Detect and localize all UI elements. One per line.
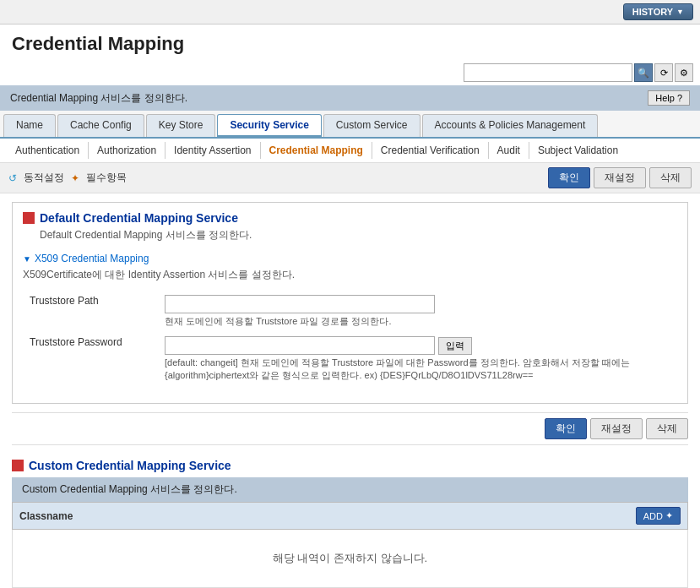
classname-table: Classname ADD ✦ 해당 내역이 존재하지 않습니다.: [12, 502, 688, 588]
subtab-authentication[interactable]: Authentication: [7, 142, 89, 159]
confirm-button-top[interactable]: 확인: [548, 167, 590, 188]
tab-name[interactable]: Name: [3, 114, 56, 137]
truststore-password-input[interactable]: [165, 336, 435, 355]
tab-key-store[interactable]: Key Store: [146, 114, 216, 137]
tab-accounts-policies[interactable]: Accounts & Policies Management: [422, 114, 599, 137]
x509-desc: X509Certificate에 대한 Identity Assertion 서…: [23, 268, 677, 282]
add-button[interactable]: ADD ✦: [636, 507, 681, 525]
action-right: 확인 재설정 삭제: [548, 167, 692, 188]
subtab-identity-assertion[interactable]: Identity Assertion: [166, 142, 260, 159]
x509-form: Truststore Path 현재 도메인에 적용할 Truststore 파…: [23, 291, 677, 386]
delete-button-top[interactable]: 삭제: [649, 167, 692, 188]
empty-row: 해당 내역이 존재하지 않습니다.: [13, 530, 688, 588]
truststore-path-help: 현재 도메인에 적용할 Truststore 파일 경로를 정의한다.: [165, 315, 670, 328]
settings-button[interactable]: ⚙: [675, 63, 693, 82]
dynamic-setting-icon: ↺: [8, 172, 17, 184]
main-tabs: Name Cache Config Key Store Security Ser…: [0, 111, 700, 139]
truststore-password-label: Truststore Password: [23, 332, 158, 386]
reset-button-bottom[interactable]: 재설정: [590, 418, 643, 439]
search-button[interactable]: 🔍: [634, 63, 653, 82]
truststore-password-input-button[interactable]: 입력: [438, 337, 472, 355]
default-section-title: Default Credential Mapping Service: [40, 211, 238, 225]
subtab-authorization[interactable]: Authorization: [89, 142, 166, 159]
table-header-row: Classname ADD ✦: [13, 503, 688, 530]
custom-section-desc: Custom Credential Mapping 서비스를 정의한다.: [12, 477, 688, 502]
action-bar: ↺ 동적설정 ✦ 필수항목 확인 재설정 삭제: [0, 163, 700, 193]
content: Default Credential Mapping Service Defau…: [0, 193, 700, 588]
tab-custom-service[interactable]: Custom Service: [323, 114, 421, 137]
subtab-credential-mapping[interactable]: Credential Mapping: [261, 142, 372, 159]
truststore-password-help: [default: changeit] 현재 도메인에 적용할 Truststo…: [165, 357, 670, 382]
subtab-subject-validation[interactable]: Subject Validation: [529, 142, 627, 159]
custom-section-icon: [12, 460, 24, 471]
refresh-button[interactable]: ⟳: [654, 63, 673, 82]
action-left: ↺ 동적설정 ✦ 필수항목: [8, 171, 127, 185]
required-icon: ✦: [71, 172, 79, 184]
default-section-desc: Default Credential Mapping 서비스를 정의한다.: [40, 228, 677, 242]
add-label: ADD: [643, 511, 663, 521]
reset-button-top[interactable]: 재설정: [594, 167, 646, 188]
history-button[interactable]: HISTORY: [623, 3, 693, 20]
truststore-password-wrap: 입력: [165, 336, 670, 355]
truststore-password-value: 입력 [default: changeit] 현재 도메인에 적용할 Trust…: [158, 332, 677, 386]
sub-tabs: Authentication Authorization Identity As…: [0, 139, 700, 163]
help-button[interactable]: Help ?: [648, 90, 690, 106]
custom-section-header: Custom Credential Mapping Service: [12, 459, 688, 472]
classname-col-header: Classname ADD ✦: [13, 503, 688, 530]
help-bar: Credential Mapping 서비스를 정의한다. Help ?: [0, 85, 700, 111]
truststore-path-label: Truststore Path: [23, 291, 158, 332]
custom-section-title: Custom Credential Mapping Service: [29, 459, 231, 472]
truststore-path-input[interactable]: [165, 295, 435, 313]
empty-message: 해당 내역이 존재하지 않습니다.: [19, 534, 681, 583]
custom-section: Custom Credential Mapping Service Custom…: [12, 459, 688, 588]
subtab-audit[interactable]: Audit: [489, 142, 529, 159]
default-section: Default Credential Mapping Service Defau…: [12, 202, 688, 404]
truststore-path-row: Truststore Path 현재 도메인에 적용할 Truststore 파…: [23, 291, 677, 332]
truststore-password-row: Truststore Password 입력 [default: changei…: [23, 332, 677, 386]
tab-cache-config[interactable]: Cache Config: [57, 114, 144, 137]
bottom-action-bar: 확인 재설정 삭제: [12, 412, 688, 445]
subtab-credential-verification[interactable]: Credential Verification: [372, 142, 489, 159]
confirm-button-bottom[interactable]: 확인: [545, 418, 587, 439]
page-title: Credential Mapping: [0, 24, 700, 62]
tab-security-service[interactable]: Security Service: [217, 114, 321, 137]
required-label: 필수항목: [86, 171, 127, 185]
top-bar: HISTORY: [0, 0, 700, 24]
truststore-path-value: 현재 도메인에 적용할 Truststore 파일 경로를 정의한다.: [158, 291, 677, 332]
delete-button-bottom[interactable]: 삭제: [646, 418, 688, 439]
add-icon: ✦: [665, 510, 673, 521]
default-section-header: Default Credential Mapping Service: [23, 211, 677, 225]
search-input[interactable]: [464, 63, 632, 82]
x509-subsection: X509 Credential Mapping X509Certificate에…: [23, 253, 677, 386]
dynamic-setting-label: 동적설정: [24, 171, 64, 185]
help-bar-text: Credential Mapping 서비스를 정의한다.: [10, 91, 187, 106]
default-section-icon: [23, 212, 35, 224]
x509-link[interactable]: X509 Credential Mapping: [23, 253, 677, 264]
search-bar: 🔍 ⟳ ⚙: [0, 62, 700, 85]
